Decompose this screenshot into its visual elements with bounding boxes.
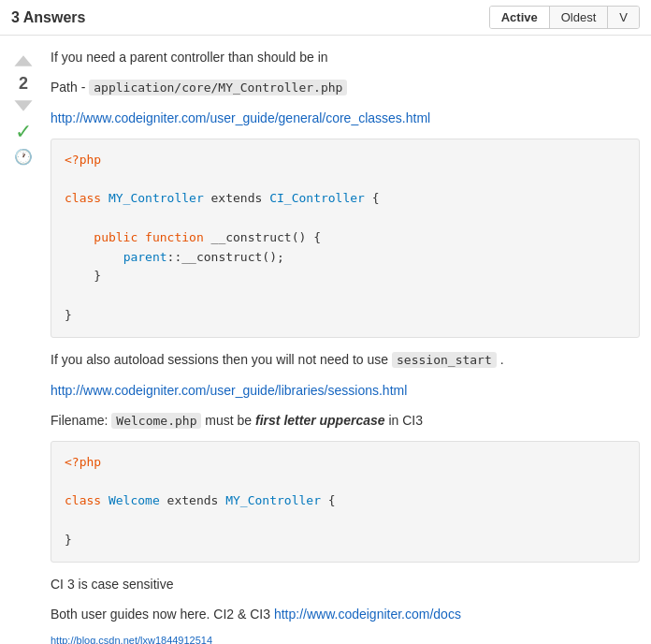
- tab-active[interactable]: Active: [490, 7, 550, 28]
- code-line-7: }: [65, 267, 626, 286]
- code-block-1: <?php class MY_Controller extends CI_Con…: [51, 139, 640, 338]
- code-line-5: public function __construct() {: [65, 228, 626, 248]
- vote-up-button[interactable]: [10, 51, 36, 71]
- code-line-2: [65, 169, 626, 189]
- para-path: Path - application/core/MY_Controller.ph…: [51, 77, 640, 98]
- svg-marker-1: [14, 100, 32, 111]
- para-session: If you also autoload sessions then you w…: [51, 349, 640, 371]
- para-1: If you need a parent controller than sho…: [51, 47, 640, 67]
- history-icon[interactable]: 🕐: [14, 148, 33, 166]
- code-line-3: class MY_Controller extends CI_Controlle…: [65, 189, 626, 209]
- code-block-2: <?php class Welcome extends MY_Controlle…: [51, 441, 640, 563]
- code-line-1: <?php: [65, 151, 626, 170]
- bold-italic-text: first letter uppercase: [255, 413, 385, 428]
- para-link1: http://www.codeigniter.com/user_guide/ge…: [51, 108, 640, 128]
- code2-line-3: class Welcome extends MY_Controller {: [65, 491, 626, 511]
- code-line-8: [65, 286, 626, 306]
- para-case-sensitive: CI 3 is case sensitive: [51, 574, 640, 594]
- vote-down-button[interactable]: [10, 95, 36, 116]
- vote-count: 2: [19, 75, 28, 92]
- link-docs[interactable]: http://www.codeigniter.com/docs: [274, 607, 461, 622]
- code2-line-4: [65, 511, 626, 531]
- vote-column: 2 ✓ 🕐: [0, 47, 47, 644]
- welcome-php-code: Welcome.php: [111, 413, 201, 429]
- path-code: application/core/MY_Controller.php: [89, 80, 347, 95]
- link-sessions[interactable]: http://www.codeigniter.com/user_guide/li…: [51, 383, 407, 398]
- para-filename: Filename: Welcome.php must be first lett…: [51, 410, 640, 432]
- svg-marker-0: [14, 55, 32, 66]
- code-line-4: [65, 209, 626, 228]
- para-both-guides: Both user guides now here. CI2 & CI3 htt…: [51, 604, 640, 624]
- answer: 2 ✓ 🕐 If you need a parent controller th…: [0, 36, 651, 644]
- answers-header: 3 Answers Active Oldest V: [0, 0, 651, 36]
- code2-line-5: }: [65, 531, 626, 550]
- para-link2: http://www.codeigniter.com/user_guide/li…: [51, 380, 640, 401]
- code-line-6: parent::__construct();: [65, 248, 626, 268]
- code2-line-2: [65, 473, 626, 492]
- code2-line-1: <?php: [65, 453, 626, 473]
- tab-votes[interactable]: V: [608, 7, 639, 28]
- footer-source-link[interactable]: http://blog.csdn.net/lxw1844912514: [51, 635, 212, 645]
- answers-title: 3 Answers: [11, 9, 85, 26]
- answer-content: If you need a parent controller than sho…: [47, 47, 651, 644]
- session-start-code: session_start: [392, 352, 497, 368]
- tab-oldest[interactable]: Oldest: [550, 7, 609, 28]
- footer-link: http://blog.csdn.net/lxw1844912514: [51, 635, 640, 645]
- sort-tabs: Active Oldest V: [489, 6, 640, 29]
- link-core-classes[interactable]: http://www.codeigniter.com/user_guide/ge…: [51, 110, 430, 125]
- code-line-9: }: [65, 306, 626, 326]
- accepted-checkmark: ✓: [15, 122, 32, 142]
